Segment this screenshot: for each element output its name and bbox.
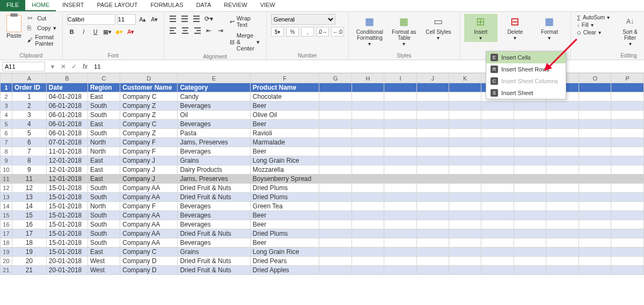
format-button[interactable]: Format▾ [533, 14, 566, 42]
cell[interactable] [481, 248, 514, 257]
row-header-11[interactable]: 11 [1, 175, 12, 184]
cell[interactable] [514, 165, 546, 175]
font-color-button[interactable]: A▾ [126, 27, 136, 37]
cell[interactable] [384, 120, 416, 129]
column-header-H[interactable]: H [352, 74, 384, 83]
cell[interactable] [384, 257, 416, 266]
cell[interactable] [319, 229, 352, 238]
column-header-J[interactable]: J [416, 74, 449, 83]
cell-E1[interactable]: Category [178, 83, 250, 92]
cell[interactable]: Beer [250, 238, 319, 248]
cell[interactable]: West [87, 266, 120, 275]
cell[interactable] [579, 165, 611, 175]
cell[interactable] [416, 248, 449, 257]
cell[interactable] [546, 129, 579, 138]
cell[interactable]: Dried Plums [250, 184, 319, 193]
cell[interactable] [449, 229, 481, 238]
cell[interactable] [352, 120, 384, 129]
cell[interactable] [611, 257, 644, 266]
cell[interactable]: Grains [178, 248, 250, 257]
cell[interactable] [319, 266, 352, 275]
cell[interactable]: Company C [120, 248, 178, 257]
italic-button[interactable]: I [79, 27, 89, 37]
cell[interactable] [352, 257, 384, 266]
cell[interactable] [352, 138, 384, 147]
cell[interactable] [449, 156, 481, 165]
cell[interactable]: Company F [120, 202, 178, 211]
cell[interactable] [611, 229, 644, 238]
orientation-button[interactable]: ⟳▾ [204, 14, 214, 24]
cell[interactable]: Ravioli [250, 129, 319, 138]
font-size-input[interactable] [118, 14, 136, 25]
cell[interactable] [384, 266, 416, 275]
cell[interactable]: Dried Pears [250, 257, 319, 266]
cell[interactable] [611, 220, 644, 229]
cell[interactable] [416, 101, 449, 111]
cell[interactable]: Long Grain Rice [250, 248, 319, 257]
cell[interactable] [611, 101, 644, 111]
column-header-B[interactable]: B [46, 74, 87, 83]
cell[interactable] [449, 248, 481, 257]
underline-button[interactable]: U [91, 27, 100, 37]
cell[interactable] [579, 229, 611, 238]
cell[interactable] [384, 147, 416, 156]
insert-sheet-columns-item[interactable]: CInsert Sheet Columns [486, 75, 566, 87]
cell[interactable]: South [87, 211, 120, 220]
cell[interactable]: Chocolate [250, 92, 319, 101]
merge-center-button[interactable]: ⊟Merge & Center ▾ [228, 31, 262, 53]
cell[interactable] [546, 138, 579, 147]
cell[interactable] [384, 129, 416, 138]
cell[interactable] [416, 175, 449, 184]
cell[interactable] [546, 156, 579, 165]
cell[interactable]: 9 [12, 165, 46, 175]
cell[interactable] [449, 211, 481, 220]
cell[interactable] [611, 120, 644, 129]
cell[interactable] [352, 165, 384, 175]
column-header-F[interactable]: F [250, 74, 319, 83]
cell[interactable]: Beverages [178, 120, 250, 129]
cell[interactable] [384, 193, 416, 202]
cell[interactable]: Long Grain Rice [250, 156, 319, 165]
cell[interactable] [611, 129, 644, 138]
cell[interactable]: North [87, 202, 120, 211]
cell[interactable]: 15-01-2018 [46, 184, 87, 193]
cell[interactable]: Mozzarella [250, 165, 319, 175]
row-header-16[interactable]: 16 [1, 220, 12, 229]
cell[interactable] [416, 211, 449, 220]
cell[interactable]: Beverages [178, 238, 250, 248]
cell[interactable]: Jams, Preserves [178, 138, 250, 147]
cell[interactable] [384, 156, 416, 165]
number-format-select[interactable]: General [271, 14, 335, 25]
cell[interactable] [481, 266, 514, 275]
cell[interactable]: Company AA [120, 184, 178, 193]
cell[interactable] [579, 147, 611, 156]
row-header-1[interactable]: 1 [1, 83, 12, 92]
cell[interactable]: Company J [120, 165, 178, 175]
cell[interactable] [384, 220, 416, 229]
column-header-P[interactable]: P [611, 74, 644, 83]
cell[interactable]: 15-01-2018 [46, 229, 87, 238]
cell[interactable] [449, 83, 481, 92]
column-header-C[interactable]: C [87, 74, 120, 83]
cell[interactable]: Green Tea [250, 202, 319, 211]
cell[interactable] [546, 229, 579, 238]
cell[interactable]: 15-01-2018 [46, 202, 87, 211]
cell[interactable] [611, 165, 644, 175]
cell[interactable]: Company Z [120, 101, 178, 111]
cell[interactable]: 06-01-2018 [46, 120, 87, 129]
cell[interactable] [481, 147, 514, 156]
cell[interactable] [546, 101, 579, 111]
font-name-input[interactable] [67, 14, 115, 25]
cell[interactable] [352, 111, 384, 120]
cell[interactable]: South [87, 101, 120, 111]
cell-styles-button[interactable]: Cell Styles▾ [422, 14, 455, 48]
cell[interactable] [481, 202, 514, 211]
cell[interactable] [514, 147, 546, 156]
cell[interactable]: South [87, 111, 120, 120]
cell[interactable] [416, 229, 449, 238]
cell[interactable] [514, 193, 546, 202]
cell[interactable] [514, 248, 546, 257]
cell[interactable] [579, 129, 611, 138]
row-header-3[interactable]: 3 [1, 101, 12, 111]
cell[interactable] [449, 92, 481, 101]
